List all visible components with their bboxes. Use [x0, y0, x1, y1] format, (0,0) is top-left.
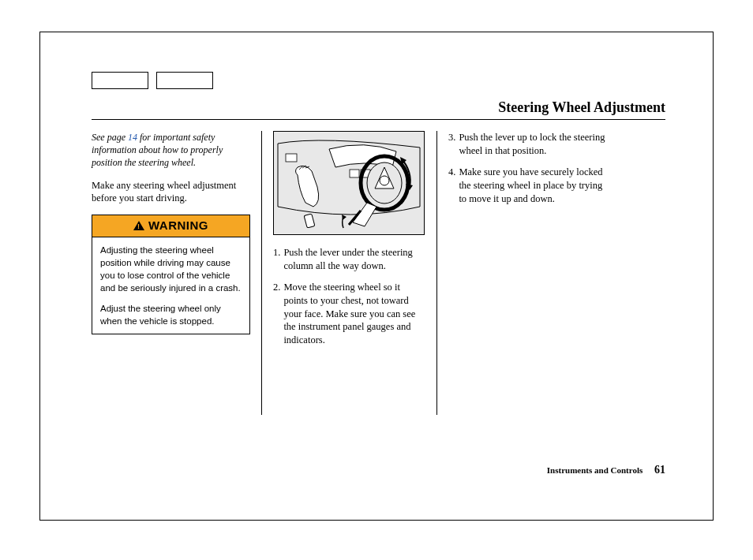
step-text: Push the lever under the steering column… — [283, 246, 425, 273]
warning-label: WARNING — [148, 218, 208, 233]
lead-paragraph: Make any steering wheel adjustment befor… — [92, 179, 250, 206]
footer-page-number: 61 — [654, 464, 665, 476]
safety-cross-ref: See page 14 for important safety informa… — [92, 131, 250, 170]
step-3: 3. Push the lever up to lock the steerin… — [448, 131, 611, 158]
svg-rect-2 — [286, 154, 297, 162]
step-num: 2. — [273, 281, 280, 347]
column-2: 1. Push the lever under the steering col… — [261, 131, 436, 415]
warning-header: WARNING — [92, 215, 249, 237]
page-ref-link[interactable]: 14 — [128, 132, 137, 143]
dashboard-diagram — [273, 131, 425, 235]
footer-section: Instruments and Controls — [547, 465, 642, 475]
step-num: 1. — [273, 246, 280, 273]
warning-body: Adjusting the steering wheel position wh… — [92, 237, 249, 334]
page-title: Steering Wheel Adjustment — [498, 99, 665, 116]
placeholder-box — [156, 72, 213, 89]
placeholder-box — [92, 72, 148, 89]
step-text: Push the lever up to lock the steering w… — [459, 131, 611, 158]
svg-marker-9 — [342, 215, 347, 220]
step-num: 4. — [448, 166, 455, 206]
page-frame: Steering Wheel Adjustment See page 14 fo… — [39, 32, 714, 521]
svg-rect-10 — [304, 214, 315, 228]
warning-text-1: Adjusting the steering wheel position wh… — [100, 244, 242, 294]
column-1: See page 14 for important safety informa… — [92, 131, 261, 415]
step-text: Move the steering wheel so it points to … — [283, 281, 425, 347]
content-columns: See page 14 for important safety informa… — [92, 131, 706, 415]
step-num: 3. — [448, 131, 455, 158]
warning-box: WARNING Adjusting the steering wheel pos… — [92, 215, 250, 334]
page-footer: Instruments and Controls 61 — [547, 464, 665, 476]
step-2: 2. Move the steering wheel so it points … — [273, 281, 425, 347]
title-rule — [92, 119, 665, 120]
column-3: 3. Push the lever up to lock the steerin… — [436, 131, 622, 415]
warning-text-2: Adjust the steering wheel only when the … — [100, 302, 242, 327]
header-placeholder-boxes — [92, 72, 213, 89]
step-4: 4. Make sure you have securely locked th… — [448, 166, 611, 206]
step-1: 1. Push the lever under the steering col… — [273, 246, 425, 273]
svg-rect-0 — [350, 170, 359, 177]
warning-triangle-icon — [133, 221, 144, 230]
svg-point-5 — [380, 176, 389, 185]
step-text: Make sure you have securely locked the s… — [459, 166, 611, 206]
intro-prefix: See page — [92, 132, 128, 143]
